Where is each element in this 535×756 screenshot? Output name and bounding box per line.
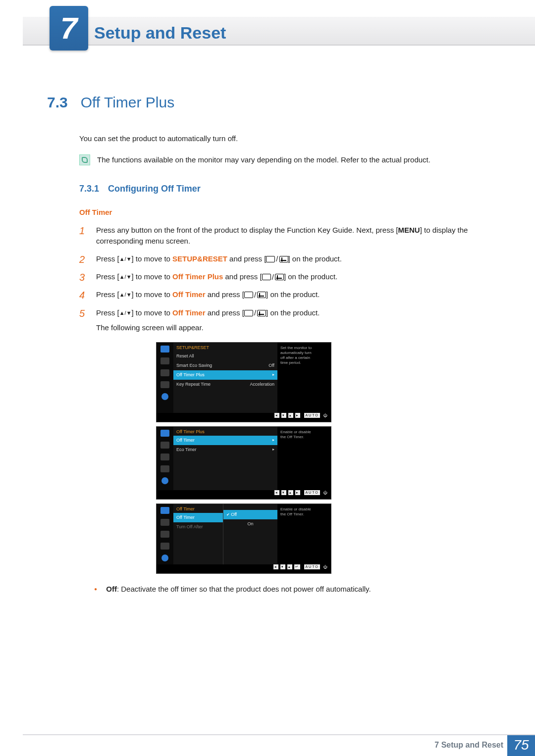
heading4: Off Timer <box>79 207 488 218</box>
osd-help-text: Enable or disable the Off Timer. <box>277 504 316 564</box>
chapter-title: Setup and Reset <box>94 21 226 45</box>
select-icon: / <box>244 307 266 318</box>
osd-navbar: ◂▾▴↵ AUTO ⏻ <box>157 564 331 573</box>
osd-iconstrip <box>157 504 173 564</box>
procedure-steps: Press any button on the front of the pro… <box>79 225 488 333</box>
osd-help-text: Enable or disable the Off Timer. <box>277 427 316 490</box>
keyword: Off Timer <box>172 290 205 299</box>
step-text: Press [ <box>96 308 119 317</box>
osd-option: On <box>223 519 277 529</box>
step-text: and press [ <box>223 272 262 281</box>
subsection-number: 7.3.1 <box>79 182 99 195</box>
select-icon: / <box>266 253 288 264</box>
note-text: The functions available on the monitor m… <box>97 154 430 165</box>
osd-iconstrip <box>157 427 173 490</box>
osd-screenshot-1: SETUP&RESET Reset All Smart Eco SavingOf… <box>156 342 331 422</box>
osd-item-selected: Off Timer <box>176 514 195 521</box>
osd-menu-title: Off Timer <box>173 504 223 513</box>
updown-icon: ▲/▼ <box>119 273 132 281</box>
select-icon: / <box>262 272 284 283</box>
select-icon: / <box>244 290 266 301</box>
step-text: and press [ <box>205 308 244 317</box>
osd-menu-title: SETUP&RESET <box>173 343 277 352</box>
step-text: ] to move to <box>132 272 173 281</box>
step-text: The following screen will appear. <box>96 323 204 332</box>
osd-item-selected: Off Timer <box>176 437 195 444</box>
step-text: and press [ <box>205 290 244 299</box>
page-header: 7 Setup and Reset <box>0 0 535 52</box>
step-text: Press [ <box>96 254 119 263</box>
bullet-icon: ● <box>94 586 97 592</box>
osd-help-text: Set the monitor to automatically turn of… <box>277 343 316 413</box>
osd-auto: AUTO <box>304 490 320 495</box>
osd-item-selected: Off Timer Plus <box>176 372 205 378</box>
bullet-text: : Deactivate the off timer so that the p… <box>117 585 371 593</box>
osd-arrow: ▸ <box>272 437 274 444</box>
step-text: and press [ <box>227 254 266 263</box>
keyword: Off <box>106 585 117 593</box>
page-number: 75 <box>507 734 535 756</box>
updown-icon: ▲/▼ <box>119 309 132 317</box>
footer-chapter-label: 7 Setup and Reset <box>434 739 503 751</box>
subsection-title: Configuring Off Timer <box>108 182 201 195</box>
osd-screenshot-3: Off Timer Off Timer Turn Off After Off O… <box>156 504 331 574</box>
osd-auto: AUTO <box>304 564 320 569</box>
step-3: Press [▲/▼] to move to Off Timer Plus an… <box>79 271 488 282</box>
chapter-number-badge: 7 <box>50 6 88 50</box>
keyword: Off Timer Plus <box>172 272 223 281</box>
step-text: ] to move to <box>132 308 173 317</box>
note-icon <box>79 154 90 165</box>
page-footer: 7 Setup and Reset 75 <box>0 734 535 756</box>
bullet-off: ● Off: Deactivate the off timer so that … <box>94 584 488 595</box>
keyword: Off Timer <box>172 308 205 317</box>
osd-menu-title: Off Timer Plus <box>173 427 277 436</box>
osd-item: Eco Timer <box>176 447 197 453</box>
osd-navbar: ◂▾▴▸ AUTO ⏻ <box>157 490 331 499</box>
osd-item: Smart Eco Saving <box>176 362 212 369</box>
updown-icon: ▲/▼ <box>119 291 132 299</box>
step-text: ] on the product. <box>288 254 342 263</box>
osd-arrow: ▸ <box>272 447 274 453</box>
step-text: ] on the product. <box>284 272 337 281</box>
step-text: Press [ <box>96 290 119 299</box>
osd-item: Reset All <box>176 353 194 359</box>
step-text: ] to move to <box>132 254 173 263</box>
osd-option-selected: Off <box>223 510 277 519</box>
osd-screenshot-2: Off Timer Plus Off Timer▸ Eco Timer▸ Ena… <box>156 426 331 500</box>
menu-keyword: MENU <box>398 226 420 234</box>
step-text: Press any button on the front of the pro… <box>96 226 398 234</box>
keyword: SETUP&RESET <box>172 254 227 263</box>
step-text: Press [ <box>96 272 119 281</box>
step-1: Press any button on the front of the pro… <box>79 225 488 247</box>
section-title: Off Timer Plus <box>81 92 175 113</box>
osd-item: Turn Off After <box>176 524 203 530</box>
step-2: Press [▲/▼] to move to SETUP&RESET and p… <box>79 253 488 264</box>
osd-auto: AUTO <box>304 413 320 418</box>
updown-icon: ▲/▼ <box>119 255 132 263</box>
osd-arrow: ▸ <box>272 372 274 378</box>
osd-value: Off <box>268 362 274 369</box>
step-text: ] on the product. <box>266 290 320 299</box>
section-intro: You can set the product to automatically… <box>79 133 488 144</box>
osd-iconstrip <box>157 343 173 413</box>
osd-navbar: ◂▾▴▸ AUTO ⏻ <box>157 413 331 422</box>
step-5: Press [▲/▼] to move to Off Timer and pre… <box>79 307 488 333</box>
osd-item: Key Repeat Time <box>176 381 211 388</box>
section-number: 7.3 <box>47 92 68 113</box>
step-text: ] to move to <box>132 290 173 299</box>
step-text: ] on the product. <box>266 308 320 317</box>
osd-value: Acceleration <box>250 381 274 388</box>
step-4: Press [▲/▼] to move to Off Timer and pre… <box>79 289 488 300</box>
